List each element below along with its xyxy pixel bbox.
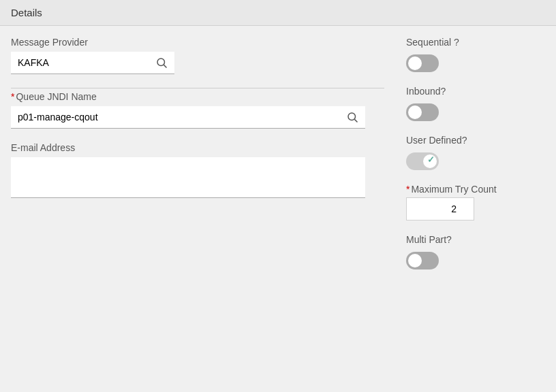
user-defined-slider: [406, 152, 439, 170]
message-provider-search-button[interactable]: [149, 52, 174, 73]
svg-line-3: [354, 119, 357, 122]
right-panel: Sequential ? Inbound? User Defined?: [395, 37, 556, 381]
svg-line-1: [164, 65, 166, 67]
left-panel: Message Provider Queue JNDI Name: [0, 37, 395, 381]
svg-point-0: [157, 59, 165, 66]
multi-part-group: Multi Part?: [406, 234, 545, 270]
inbound-toggle[interactable]: [406, 103, 439, 121]
queue-jndi-group: Queue JNDI Name: [11, 91, 384, 129]
max-try-input[interactable]: [406, 197, 474, 220]
email-input-wrapper: [11, 157, 365, 198]
message-provider-search-icon: [155, 56, 168, 69]
queue-jndi-label: Queue JNDI Name: [11, 91, 384, 102]
sequential-group: Sequential ?: [406, 37, 545, 72]
queue-jndi-search-button[interactable]: [339, 107, 365, 127]
message-provider-label: Message Provider: [11, 37, 384, 48]
user-defined-label: User Defined?: [406, 135, 545, 146]
inbound-label: Inbound?: [406, 86, 545, 97]
user-defined-toggle[interactable]: [406, 152, 439, 170]
email-label: E-mail Address: [11, 142, 384, 153]
svg-point-2: [348, 113, 356, 120]
multi-part-slider: [406, 252, 439, 270]
message-provider-group: Message Provider: [11, 37, 384, 74]
header-title: Details: [11, 7, 42, 18]
sequential-label: Sequential ?: [406, 37, 545, 48]
multi-part-label: Multi Part?: [406, 234, 545, 245]
email-group: E-mail Address: [11, 142, 384, 198]
max-try-required-star: *: [406, 184, 410, 195]
message-provider-input-wrapper: [11, 52, 174, 74]
main-content: Message Provider Queue JNDI Name: [0, 26, 556, 392]
queue-jndi-search-icon: [346, 111, 358, 123]
message-provider-input[interactable]: [11, 52, 149, 74]
email-input[interactable]: [11, 157, 365, 197]
divider-1: [11, 88, 384, 88]
sequential-slider: [406, 54, 439, 72]
sequential-toggle[interactable]: [406, 54, 439, 72]
queue-jndi-input[interactable]: [11, 106, 339, 128]
max-try-label: *Maximum Try Count: [406, 184, 545, 195]
inbound-slider: [406, 103, 439, 121]
details-header: Details: [0, 0, 556, 26]
queue-jndi-input-wrapper: [11, 106, 365, 129]
inbound-group: Inbound?: [406, 86, 545, 121]
max-try-group: *Maximum Try Count: [406, 184, 545, 220]
multi-part-toggle[interactable]: [406, 252, 439, 270]
user-defined-group: User Defined?: [406, 135, 545, 170]
page-container: Details Message Provider: [0, 0, 556, 392]
